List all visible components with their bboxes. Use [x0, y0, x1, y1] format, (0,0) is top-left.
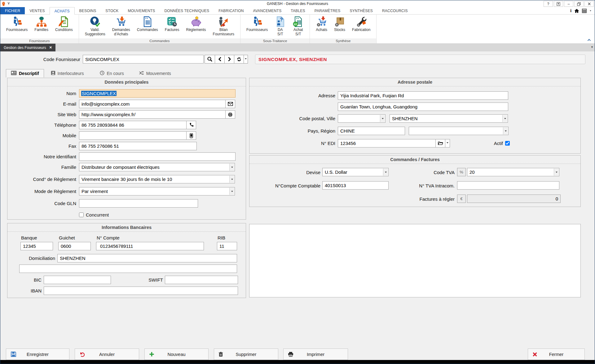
code-tva-select[interactable]: 20: [467, 168, 559, 176]
tab-close-icon[interactable]: ✕: [49, 46, 52, 50]
compte-field[interactable]: [96, 242, 204, 250]
nom-field[interactable]: SIGNCOMPLEX: [79, 89, 236, 98]
fermer-button[interactable]: Fermer: [528, 349, 585, 360]
svg-text:?: ?: [280, 17, 283, 22]
ribbon-item-bilan-fournisseurs[interactable]: Bilan Fournisseurs: [209, 16, 238, 37]
swift-field[interactable]: [165, 276, 238, 284]
adresse-line1-field[interactable]: [338, 91, 508, 100]
rib-field[interactable]: [217, 242, 237, 250]
tab-descriptif[interactable]: Descriptif: [6, 69, 44, 77]
ribbon-item-stocks-synthese[interactable]: Stocks: [331, 16, 349, 32]
globe-icon[interactable]: [225, 110, 235, 119]
menu-tab-avancements[interactable]: AVANCEMENTS: [249, 7, 286, 14]
next-record-icon[interactable]: [224, 55, 234, 64]
ribbon-item-achats-synthese[interactable]: Achats: [312, 16, 331, 32]
tab-mouvements[interactable]: Mouvements: [134, 69, 176, 77]
code-postal-select[interactable]: [338, 114, 386, 123]
banque-field[interactable]: [20, 242, 53, 250]
menu-tab-fabrication[interactable]: FABRICATION: [214, 7, 248, 14]
fax-field[interactable]: [79, 142, 197, 150]
ribbon-item-fabrication-synthese[interactable]: Fabrication: [349, 16, 374, 32]
code-gln-field[interactable]: [79, 199, 198, 208]
cond-reglement-select[interactable]: Virement bancaire 30 jours fin de mois l…: [79, 175, 235, 183]
menu-tab-tables[interactable]: TABLES: [286, 7, 310, 14]
ribbon-item-conditions[interactable]: Conditions: [52, 16, 76, 32]
famille-select[interactable]: Distributeur de composant électriques: [79, 163, 235, 171]
code-fournisseur-input[interactable]: [83, 55, 204, 64]
menu-tab-parametres[interactable]: PARAMÈTRES: [310, 7, 345, 14]
nouveau-button[interactable]: Nouveau: [144, 349, 209, 360]
telephone-field[interactable]: [79, 121, 187, 129]
close-icon[interactable]: [584, 1, 594, 7]
search-icon[interactable]: [205, 55, 215, 64]
ville-select[interactable]: SHENZHEN: [390, 114, 508, 123]
document-tab[interactable]: Gestion des Fournisseurs ✕: [0, 44, 55, 51]
actif-checkbox[interactable]: [505, 141, 510, 146]
tab-en-cours[interactable]: En cours: [95, 69, 128, 77]
ribbon-item-fournisseurs[interactable]: Fournisseurs: [3, 16, 31, 32]
menu-tab-donnees-techniques[interactable]: DONNÉES TECHNIQUES: [160, 7, 214, 14]
help-icon[interactable]: ?: [544, 1, 553, 7]
info-icon[interactable]: i: [570, 8, 571, 13]
refresh-options-arrow-icon[interactable]: [244, 55, 248, 64]
menu-tab-achats[interactable]: ACHATS: [50, 7, 75, 15]
menu-tab-stock[interactable]: STOCK: [101, 7, 123, 14]
envelope-icon[interactable]: [225, 100, 235, 108]
ribbon-item-factures[interactable]: Factures: [161, 16, 183, 32]
menu-tab-syntheses[interactable]: SYNTHÈSES: [345, 7, 378, 14]
email-field[interactable]: [79, 100, 226, 108]
tab-scroll-down-icon[interactable]: ▼: [591, 46, 593, 49]
ribbon-item-familles[interactable]: Familles: [31, 16, 52, 32]
ribbon-item-fournisseurs-st[interactable]: Fournisseurs: [243, 16, 271, 32]
bic-field[interactable]: [44, 276, 111, 284]
ribbon-item-valid-suggestions[interactable]: Valid. Suggestions: [82, 16, 109, 37]
toolbar-options-arrow-icon[interactable]: ▼: [589, 10, 592, 12]
pays-field[interactable]: [338, 127, 405, 135]
imprimer-button[interactable]: Imprimer: [283, 349, 348, 360]
siteweb-field[interactable]: [79, 110, 226, 119]
ribbon-item-reglements[interactable]: Règlements: [183, 16, 209, 32]
menu-tab-fichier[interactable]: FICHIER: [0, 7, 25, 14]
bank-address2-field[interactable]: [19, 265, 237, 273]
folder-open-icon[interactable]: [435, 139, 445, 147]
calculator-icon[interactable]: [582, 9, 587, 13]
menu-tab-besoins[interactable]: BESOINS: [75, 7, 101, 14]
enregistrer-button[interactable]: Enregistrer: [6, 349, 69, 360]
ribbon-item-achat-st[interactable]: ST Achat S/T: [289, 16, 307, 37]
edi-options-arrow-icon[interactable]: [445, 139, 450, 147]
refresh-icon[interactable]: [234, 55, 244, 64]
compte-comptable-field[interactable]: [322, 181, 389, 190]
edi-field[interactable]: [338, 139, 436, 147]
annuler-button[interactable]: Annuler: [75, 349, 139, 360]
supprimer-button[interactable]: Supprimer: [214, 349, 278, 360]
adresse-line2-field[interactable]: [338, 103, 508, 111]
ribbon-item-demandes-achats[interactable]: Demandes d'Achats: [109, 16, 134, 37]
mode-reglement-select[interactable]: Par virement: [79, 187, 235, 195]
export-icon[interactable]: [554, 1, 563, 7]
phone-icon[interactable]: [186, 121, 196, 129]
ribbon-group-label: Commandes: [79, 38, 240, 43]
menu-tab-mouvements[interactable]: MOUVEMENTS: [123, 7, 160, 14]
menu-tab-raccourcis[interactable]: RACCOURCIS: [377, 7, 412, 14]
domiciliation-field[interactable]: [57, 254, 237, 262]
ribbon-item-commandes[interactable]: Commandes: [134, 16, 161, 32]
menu-tab-ventes[interactable]: VENTES: [25, 7, 49, 14]
guichet-field[interactable]: [58, 242, 91, 250]
tva-intracom-field[interactable]: [457, 181, 559, 190]
notes-area[interactable]: [249, 224, 581, 297]
minimize-icon[interactable]: –: [564, 1, 573, 7]
tab-interlocuteurs[interactable]: Interlocuteurs: [46, 69, 89, 77]
region-select[interactable]: [409, 127, 509, 135]
identifiant-field[interactable]: [79, 152, 236, 161]
mobile-field[interactable]: [79, 131, 187, 140]
ribbon-collapse-icon[interactable]: [587, 37, 591, 42]
mobile-phone-icon[interactable]: [186, 131, 196, 140]
devise-select[interactable]: U.S. Dollar: [322, 168, 389, 176]
concurrent-checkbox[interactable]: [79, 213, 84, 217]
iban-field[interactable]: [44, 287, 238, 295]
previous-record-icon[interactable]: [215, 55, 225, 64]
panel-donnees-principales: Données principales Nom SIGNCOMPLEX E-ma…: [7, 78, 246, 220]
ribbon-item-da-st[interactable]: ? DA S/T: [271, 16, 289, 37]
restore-icon[interactable]: [574, 1, 584, 7]
home-icon[interactable]: [574, 9, 579, 13]
